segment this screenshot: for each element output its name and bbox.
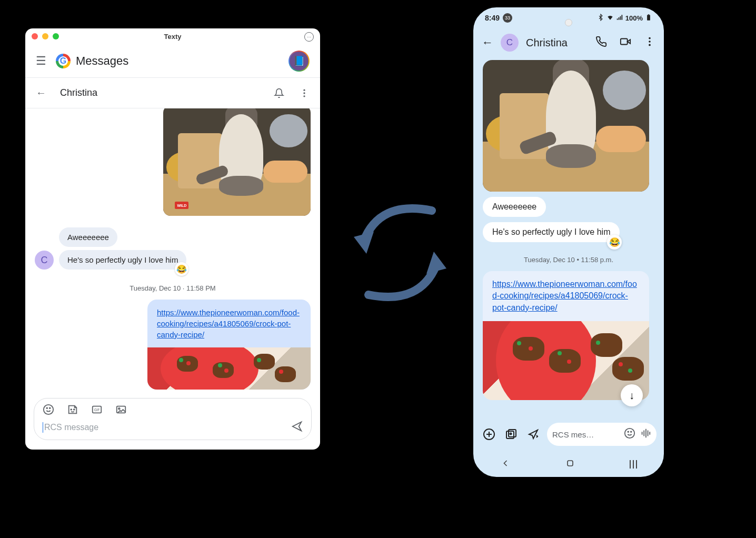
svg-point-1 (303, 92, 305, 94)
emoji-picker-icon[interactable] (624, 427, 635, 441)
contact-avatar[interactable]: C (501, 34, 519, 52)
notifications-icon[interactable] (274, 88, 284, 98)
voice-message-icon[interactable] (640, 427, 651, 441)
reaction-emoji-icon[interactable]: 😂 (607, 235, 622, 250)
svg-point-7 (74, 409, 75, 410)
svg-rect-14 (621, 39, 628, 45)
text-cursor (43, 422, 43, 433)
wifi-icon (606, 14, 614, 23)
back-arrow-icon[interactable]: ← (36, 87, 46, 99)
back-arrow-icon[interactable]: ← (482, 36, 493, 49)
svg-point-21 (510, 433, 512, 435)
message-input[interactable] (44, 423, 291, 432)
magic-compose-icon[interactable] (525, 426, 542, 443)
call-icon[interactable] (595, 36, 607, 49)
phone-message-thread: Aweeeeeee He's so perfectly ugly I love … (473, 57, 664, 413)
window-titlebar: Texty ⋯ (25, 28, 320, 44)
incoming-link-text[interactable]: https://www.thepioneerwoman.com/food-coo… (483, 271, 649, 321)
emoji-picker-icon[interactable] (43, 404, 54, 417)
outgoing-message-bubble[interactable]: https://www.thepioneerwoman.com/food-coo… (147, 300, 311, 390)
message-text: He's so perfectly ugly I love him (492, 227, 610, 236)
bluetooth-icon (597, 14, 604, 23)
phone-message-input-pill[interactable]: RCS mes… (547, 423, 656, 446)
sticker-icon[interactable] (67, 404, 78, 417)
svg-rect-28 (648, 431, 649, 436)
signal-icon (616, 14, 623, 23)
more-options-icon[interactable] (644, 36, 655, 49)
incoming-link-bubble[interactable]: https://www.thepioneerwoman.com/food-coo… (483, 271, 649, 400)
battery-icon (645, 14, 652, 23)
svg-point-22 (625, 429, 634, 438)
send-icon[interactable] (291, 421, 303, 434)
svg-rect-29 (649, 432, 650, 435)
link-preview-image (147, 347, 311, 390)
svg-rect-25 (642, 432, 643, 435)
svg-point-11 (118, 408, 120, 410)
svg-point-5 (49, 407, 51, 409)
phone-message-placeholder: RCS mes… (552, 430, 620, 439)
svg-point-3 (44, 405, 53, 414)
image-attach-icon[interactable] (115, 404, 127, 417)
svg-point-0 (303, 89, 305, 91)
svg-point-23 (628, 431, 629, 432)
profile-avatar-button[interactable]: 📘 (289, 51, 310, 72)
message-text: He's so perfectly ugly I love him (67, 255, 178, 264)
status-notification-count: 33 (503, 13, 512, 23)
svg-rect-13 (648, 14, 649, 15)
status-time: 8:49 (485, 14, 500, 22)
svg-point-15 (649, 37, 651, 39)
window-title: Texty (25, 33, 320, 41)
menu-icon[interactable]: ☰ (36, 54, 46, 68)
plush-tag: WILD (175, 202, 188, 209)
message-composer: GIF (34, 398, 312, 440)
phone-camera-notch (565, 19, 572, 26)
sent-image-message[interactable]: WILD (163, 108, 311, 216)
window-more-icon[interactable]: ⋯ (304, 32, 314, 42)
svg-point-16 (649, 41, 651, 43)
phone-composer: RCS mes… (473, 417, 664, 452)
scroll-to-bottom-button[interactable]: ↓ (621, 384, 643, 406)
timestamp-divider: Tuesday, Dec 10 • 11:58 p.m. (483, 256, 654, 264)
nav-home-icon[interactable] (565, 458, 575, 471)
app-title: Messages (76, 54, 128, 68)
app-header: ☰ Messages 📘 (25, 44, 320, 78)
contact-name: Christina (526, 37, 568, 49)
outgoing-message-bubble[interactable]: Aweeeeeee (483, 197, 546, 217)
incoming-message-group: C Aweeeeeee He's so perfectly ugly I lov… (35, 227, 311, 270)
video-call-icon[interactable] (620, 36, 631, 49)
message-thread: WILD C Aweeeeeee He's so perfectly ugly … (25, 108, 320, 392)
phone-nav-bar (473, 452, 664, 477)
received-image-message[interactable] (483, 60, 649, 192)
svg-point-4 (46, 407, 47, 409)
outgoing-link-text[interactable]: https://www.thepioneerwoman.com/food-coo… (147, 300, 311, 347)
nav-recents-icon[interactable] (630, 460, 637, 469)
google-logo-icon (56, 54, 71, 68)
phone-mockup: 8:49 33 100% ← C Christina (471, 5, 666, 479)
more-options-icon[interactable] (299, 88, 310, 98)
desktop-messages-window: Texty ⋯ ☰ Messages 📘 ← Christina (25, 28, 320, 450)
phone-conversation-header: ← C Christina (473, 28, 664, 57)
sync-arrows-illustration (347, 184, 453, 321)
svg-rect-27 (645, 429, 646, 438)
battery-text: 100% (625, 14, 643, 22)
svg-text:GIF: GIF (94, 408, 100, 412)
reaction-emoji-icon[interactable]: 😂 (175, 262, 188, 276)
add-attachment-icon[interactable] (481, 426, 498, 443)
contact-name: Christina (60, 87, 97, 98)
svg-rect-26 (643, 431, 644, 436)
nav-back-icon[interactable] (500, 458, 511, 471)
incoming-message-bubble[interactable]: Aweeeeeee (59, 227, 117, 247)
incoming-message-bubble[interactable]: He's so perfectly ugly I love him 😂 (59, 250, 186, 270)
svg-rect-30 (568, 461, 573, 466)
gallery-icon[interactable] (503, 426, 520, 443)
conversation-header: ← Christina (25, 78, 320, 108)
gif-icon[interactable]: GIF (91, 404, 103, 417)
timestamp-divider: Tuesday, Dec 10 · 11:58 PM (35, 284, 311, 292)
svg-rect-12 (647, 15, 650, 20)
contact-avatar[interactable]: C (35, 251, 54, 270)
outgoing-message-bubble[interactable]: He's so perfectly ugly I love him 😂 (483, 222, 620, 242)
svg-point-17 (649, 44, 651, 46)
svg-point-24 (631, 431, 632, 432)
svg-point-2 (303, 95, 305, 97)
svg-point-6 (71, 409, 72, 410)
